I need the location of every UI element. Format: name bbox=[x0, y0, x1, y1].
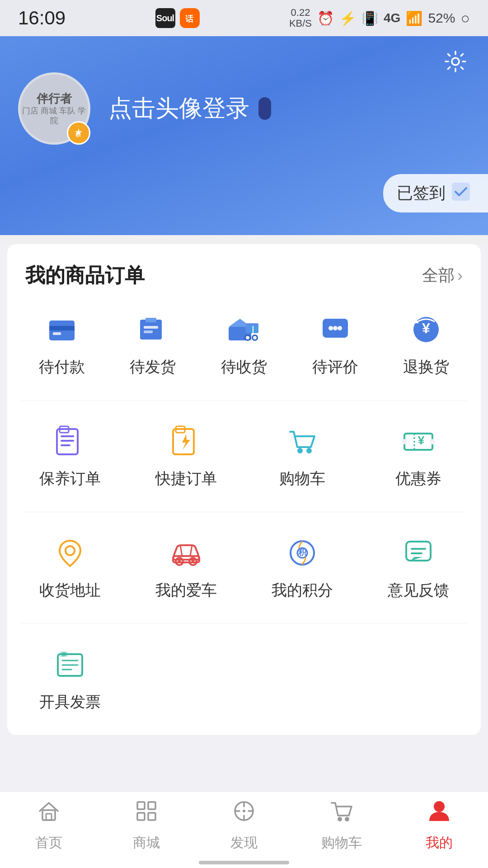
nav-item-cart[interactable]: 购物车 bbox=[293, 798, 390, 852]
nav-label-shop: 商城 bbox=[133, 834, 160, 852]
service-cart[interactable]: 购物车 bbox=[244, 410, 360, 507]
profile-dot-indicator bbox=[258, 97, 271, 120]
avatar-logo: 伴行者 门店 商城 车队 学院 bbox=[20, 91, 88, 126]
nav-label-cart: 购物车 bbox=[321, 834, 362, 852]
checkin-text: 已签到 bbox=[397, 182, 446, 204]
points-badge: 积 bbox=[67, 121, 90, 145]
order-item-pending-review[interactable]: 待评价 bbox=[290, 311, 381, 377]
status-time: 16:09 bbox=[18, 7, 66, 29]
order-item-refund[interactable]: ¥ 退换货 bbox=[380, 311, 472, 377]
svg-point-41 bbox=[402, 439, 407, 444]
service-label-flash-order: 快捷订单 bbox=[155, 468, 217, 489]
svg-point-25 bbox=[333, 326, 338, 330]
svg-rect-65 bbox=[42, 810, 55, 820]
nav-item-home[interactable]: 首页 bbox=[0, 798, 98, 852]
service-label-mycar: 我的爱车 bbox=[155, 580, 217, 601]
svg-point-79 bbox=[434, 801, 445, 812]
service-label-coupon: 优惠券 bbox=[395, 468, 441, 489]
svg-text:话: 话 bbox=[185, 14, 194, 24]
status-right-icons: 0.22KB/S ⏰ ⚡ 📳 4G 📶 52% ○ bbox=[289, 7, 470, 29]
service-address[interactable]: 收货地址 bbox=[12, 521, 128, 619]
nav-item-profile[interactable]: 我的 bbox=[390, 798, 488, 852]
mycar-icon-wrap bbox=[166, 535, 206, 571]
orders-header: 我的商品订单 全部 › bbox=[7, 244, 481, 298]
svg-line-51 bbox=[180, 545, 182, 556]
svg-rect-10 bbox=[145, 318, 156, 322]
cart-nav-icon bbox=[329, 798, 354, 829]
service-invoice[interactable]: 票 开具发票 bbox=[12, 633, 128, 731]
svg-point-72 bbox=[243, 810, 245, 812]
maintenance-icon-wrap bbox=[50, 423, 90, 459]
network-speed: 0.22KB/S bbox=[289, 7, 312, 29]
service-grid-row1: 保养订单 快捷订单 bbox=[7, 401, 481, 512]
service-mycar[interactable]: 我的爱车 bbox=[128, 521, 244, 619]
alarm-icon: ⏰ bbox=[317, 10, 334, 26]
profile-row[interactable]: 伴行者 门店 商城 车队 学院 积 点击头像登录 bbox=[18, 72, 470, 145]
orders-more-button[interactable]: 全部 › bbox=[422, 264, 463, 287]
nav-label-home: 首页 bbox=[35, 834, 62, 852]
service-label-address: 收货地址 bbox=[39, 580, 101, 601]
order-label-pending-payment: 待付款 bbox=[39, 357, 85, 377]
service-feedback[interactable]: 意见反馈 bbox=[360, 521, 476, 619]
login-prompt[interactable]: 点击头像登录 bbox=[108, 93, 249, 124]
svg-rect-8 bbox=[53, 332, 61, 335]
pending-payment-icon-wrap bbox=[42, 311, 82, 348]
soul-app-icon: Soul bbox=[155, 8, 175, 28]
profile-info: 点击头像登录 bbox=[108, 93, 271, 124]
service-label-maintenance: 保养订单 bbox=[39, 468, 101, 489]
svg-point-50 bbox=[192, 560, 194, 563]
orders-more-label: 全部 bbox=[422, 264, 455, 287]
service-maintenance[interactable]: 保养订单 bbox=[12, 410, 128, 507]
battery-level: 52% bbox=[428, 10, 455, 26]
svg-point-2 bbox=[452, 58, 459, 65]
home-nav-icon bbox=[36, 798, 61, 829]
header-background: 伴行者 门店 商城 车队 学院 积 点击头像登录 已签到 bbox=[0, 36, 488, 235]
orders-title: 我的商品订单 bbox=[25, 262, 145, 289]
svg-point-17 bbox=[246, 336, 249, 340]
service-label-points: 我的积分 bbox=[272, 580, 333, 601]
checkin-check-icon bbox=[452, 183, 470, 204]
nav-label-profile: 我的 bbox=[426, 834, 453, 852]
service-points[interactable]: 积 我的积分 bbox=[244, 521, 360, 619]
svg-text:¥: ¥ bbox=[422, 320, 430, 336]
nav-item-shop[interactable]: 商城 bbox=[98, 798, 195, 852]
order-item-pending-receive[interactable]: 待收货 bbox=[198, 311, 290, 377]
checkin-button[interactable]: 已签到 bbox=[383, 174, 488, 212]
shop-nav-icon bbox=[134, 798, 159, 829]
feedback-icon-wrap bbox=[398, 535, 439, 571]
orders-section: 我的商品订单 全部 › 待付款 bbox=[7, 244, 481, 735]
svg-point-78 bbox=[345, 817, 349, 821]
service-flash-order[interactable]: 快捷订单 bbox=[128, 410, 244, 507]
service-label-invoice: 开具发票 bbox=[39, 692, 101, 712]
order-item-pending-payment[interactable]: 待付款 bbox=[16, 311, 108, 377]
pending-review-icon-wrap bbox=[315, 311, 356, 348]
bluetooth-icon: ⚡ bbox=[339, 10, 356, 26]
service-label-feedback: 意见反馈 bbox=[388, 580, 449, 601]
svg-marker-37 bbox=[182, 434, 190, 450]
bottom-nav: 首页 商城 发现 bbox=[0, 791, 488, 868]
avatar[interactable]: 伴行者 门店 商城 车队 学院 积 bbox=[18, 72, 90, 145]
orders-more-arrow-icon: › bbox=[457, 266, 463, 285]
orders-icons-row: 待付款 待发货 bbox=[7, 298, 481, 400]
svg-rect-7 bbox=[49, 326, 75, 330]
svg-point-19 bbox=[253, 336, 257, 340]
service-label-cart: 购物车 bbox=[279, 468, 325, 489]
svg-point-45 bbox=[66, 546, 75, 555]
discover-nav-icon bbox=[231, 798, 257, 829]
svg-point-39 bbox=[306, 448, 312, 453]
svg-line-52 bbox=[190, 545, 192, 556]
service-coupon[interactable]: ¥ 优惠券 bbox=[360, 410, 476, 507]
order-label-refund: 退换货 bbox=[403, 357, 449, 377]
svg-rect-67 bbox=[137, 802, 145, 809]
settings-button[interactable] bbox=[441, 47, 470, 76]
svg-point-77 bbox=[338, 817, 342, 821]
nav-item-discover[interactable]: 发现 bbox=[195, 798, 293, 852]
pending-ship-icon-wrap bbox=[132, 311, 173, 348]
svg-point-42 bbox=[430, 439, 435, 444]
service-grid-row3: 票 开具发票 bbox=[7, 624, 481, 735]
service-grid-row2: 收货地址 我的爱车 bbox=[7, 512, 481, 623]
refund-icon-wrap: ¥ bbox=[406, 311, 446, 348]
order-item-pending-ship[interactable]: 待发货 bbox=[108, 311, 199, 377]
battery-icon: ○ bbox=[460, 9, 470, 27]
svg-rect-69 bbox=[137, 813, 145, 820]
